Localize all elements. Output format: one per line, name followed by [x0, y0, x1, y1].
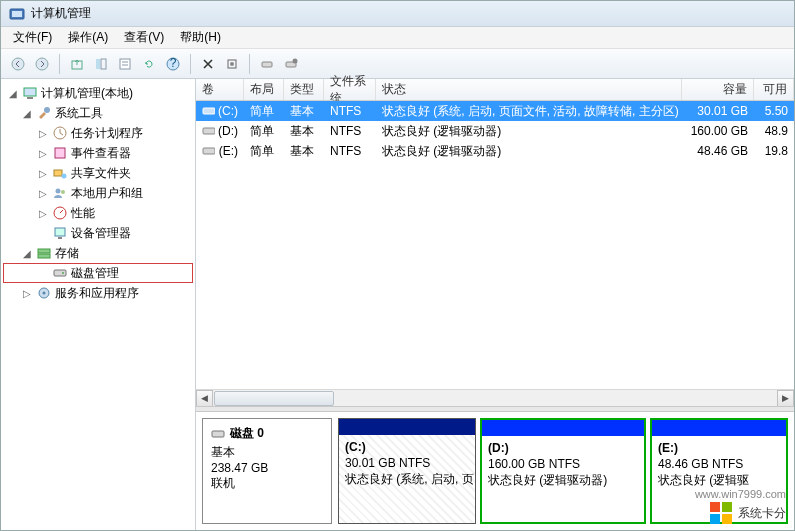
disk-settings-icon[interactable] — [280, 53, 302, 75]
help-button[interactable]: ? — [162, 53, 184, 75]
show-tree-button[interactable] — [90, 53, 112, 75]
disk-map: 磁盘 0 基本 238.47 GB 联机 (C:) 30.01 GB NTFS … — [196, 412, 794, 530]
tree-task-scheduler[interactable]: ▷ 任务计划程序 — [3, 123, 193, 143]
svg-point-23 — [62, 174, 67, 179]
partition-header — [482, 420, 644, 436]
collapse-icon[interactable]: ◢ — [21, 248, 33, 259]
expand-icon[interactable]: ▷ — [37, 188, 49, 199]
tree-event-viewer[interactable]: ▷ 事件查看器 — [3, 143, 193, 163]
svg-rect-27 — [55, 228, 65, 236]
scroll-thumb[interactable] — [214, 391, 334, 406]
svg-point-34 — [43, 292, 46, 295]
horizontal-scrollbar[interactable]: ◀ ▶ — [196, 389, 794, 406]
tree-disk-management[interactable]: 磁盘管理 — [3, 263, 193, 283]
svg-rect-17 — [24, 88, 36, 96]
watermark-url: www.win7999.com — [695, 488, 786, 500]
svg-rect-7 — [120, 59, 130, 69]
expand-icon[interactable]: ▷ — [37, 168, 49, 179]
column-headers: 卷 布局 类型 文件系统 状态 容量 可用 — [196, 79, 794, 101]
disk-icon[interactable] — [256, 53, 278, 75]
partition-d[interactable]: (D:) 160.00 GB NTFS 状态良好 (逻辑驱动器) — [480, 418, 646, 524]
collapse-icon[interactable]: ◢ — [7, 88, 19, 99]
svg-rect-21 — [55, 148, 65, 158]
partition-header — [652, 420, 786, 436]
clock-icon — [52, 125, 68, 141]
scroll-right-icon[interactable]: ▶ — [777, 390, 794, 407]
menu-action[interactable]: 操作(A) — [60, 27, 116, 48]
watermark: 系统卡分 — [710, 502, 786, 524]
menu-help[interactable]: 帮助(H) — [172, 27, 229, 48]
collapse-icon[interactable]: ◢ — [21, 108, 33, 119]
back-button[interactable] — [7, 53, 29, 75]
expand-icon[interactable]: ▷ — [37, 128, 49, 139]
svg-point-3 — [36, 58, 48, 70]
disk-info[interactable]: 磁盘 0 基本 238.47 GB 联机 — [202, 418, 332, 524]
menu-view[interactable]: 查看(V) — [116, 27, 172, 48]
services-icon — [36, 285, 52, 301]
col-layout[interactable]: 布局 — [244, 79, 284, 100]
toolbar: ? — [1, 49, 794, 79]
refresh-button[interactable] — [138, 53, 160, 75]
volume-list: 卷 布局 类型 文件系统 状态 容量 可用 (C:) 简单 基本 NTFS 状态… — [196, 79, 794, 406]
forward-button[interactable] — [31, 53, 53, 75]
svg-point-24 — [56, 189, 61, 194]
separator — [249, 54, 250, 74]
settings-icon[interactable] — [221, 53, 243, 75]
tree-performance[interactable]: ▷ 性能 — [3, 203, 193, 223]
expand-icon[interactable]: ▷ — [37, 148, 49, 159]
device-icon — [52, 225, 68, 241]
scroll-left-icon[interactable]: ◀ — [196, 390, 213, 407]
delete-icon[interactable] — [197, 53, 219, 75]
properties-button[interactable] — [114, 53, 136, 75]
partition-c[interactable]: (C:) 30.01 GB NTFS 状态良好 (系统, 启动, 页 — [338, 418, 476, 524]
svg-rect-31 — [54, 270, 66, 276]
volume-row[interactable]: (C:) 简单 基本 NTFS 状态良好 (系统, 启动, 页面文件, 活动, … — [196, 101, 794, 121]
svg-rect-36 — [203, 128, 215, 134]
tree-local-users[interactable]: ▷ 本地用户和组 — [3, 183, 193, 203]
svg-text:?: ? — [170, 57, 177, 70]
expand-icon[interactable]: ▷ — [37, 208, 49, 219]
svg-point-16 — [293, 58, 298, 63]
col-type[interactable]: 类型 — [284, 79, 324, 100]
col-status[interactable]: 状态 — [376, 79, 682, 100]
tree-system-tools[interactable]: ◢ 系统工具 — [3, 103, 193, 123]
scroll-track[interactable] — [213, 390, 777, 407]
col-volume[interactable]: 卷 — [196, 79, 244, 100]
col-capacity[interactable]: 容量 — [682, 79, 754, 100]
col-filesystem[interactable]: 文件系统 — [324, 79, 376, 100]
svg-point-19 — [44, 107, 50, 113]
up-button[interactable] — [66, 53, 88, 75]
disk-icon — [211, 428, 225, 440]
svg-point-13 — [230, 62, 234, 66]
users-icon — [52, 185, 68, 201]
col-free[interactable]: 可用 — [754, 79, 794, 100]
svg-rect-30 — [38, 254, 50, 258]
svg-rect-22 — [54, 170, 62, 176]
drive-icon — [202, 125, 215, 137]
partition-header — [339, 419, 475, 435]
nav-tree[interactable]: ◢ 计算机管理(本地) ◢ 系统工具 ▷ 任务计划程序 ▷ 事件查看器 ▷ — [1, 79, 196, 530]
titlebar: 计算机管理 — [1, 1, 794, 27]
volume-row[interactable]: (D:) 简单 基本 NTFS 状态良好 (逻辑驱动器) 160.00 GB 4… — [196, 121, 794, 141]
menu-file[interactable]: 文件(F) — [5, 27, 60, 48]
expand-icon[interactable]: ▷ — [21, 288, 33, 299]
tree-storage[interactable]: ◢ 存储 — [3, 243, 193, 263]
tree-root[interactable]: ◢ 计算机管理(本地) — [3, 83, 193, 103]
watermark-logo-icon — [710, 502, 732, 524]
separator — [59, 54, 60, 74]
svg-point-2 — [12, 58, 24, 70]
svg-rect-35 — [203, 108, 215, 114]
drive-icon — [202, 105, 215, 117]
svg-rect-6 — [101, 59, 106, 69]
disk-label: 磁盘 0 — [230, 425, 264, 442]
svg-rect-29 — [38, 249, 50, 253]
tools-icon — [36, 105, 52, 121]
svg-rect-1 — [12, 11, 22, 17]
svg-rect-28 — [58, 237, 62, 239]
tree-services[interactable]: ▷ 服务和应用程序 — [3, 283, 193, 303]
svg-point-25 — [61, 190, 65, 194]
volume-row[interactable]: (E:) 简单 基本 NTFS 状态良好 (逻辑驱动器) 48.46 GB 19… — [196, 141, 794, 161]
tree-shared-folders[interactable]: ▷ 共享文件夹 — [3, 163, 193, 183]
menubar: 文件(F) 操作(A) 查看(V) 帮助(H) — [1, 27, 794, 49]
tree-device-manager[interactable]: 设备管理器 — [3, 223, 193, 243]
